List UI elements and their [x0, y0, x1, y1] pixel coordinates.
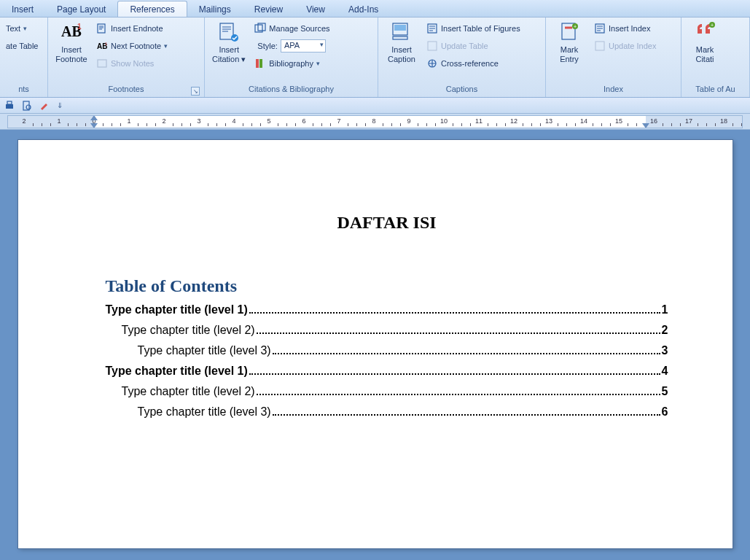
tab-mailings[interactable]: Mailings [187, 1, 243, 17]
group-captions: InsertCaption Insert Table of Figures Up… [378, 18, 546, 97]
tools-quick-icon[interactable] [38, 99, 51, 112]
toc-entry[interactable]: Type chapter title (level 3)6 [106, 405, 668, 419]
toc-entry-text: Type chapter title (level 1) [106, 303, 248, 316]
insert-caption-button[interactable]: InsertCaption [381, 19, 422, 66]
update-tof-label: Update Table [441, 42, 488, 50]
toc-entry-text: Type chapter title (level 3) [138, 405, 271, 419]
insert-index-button[interactable]: Insert Index [591, 20, 659, 36]
tab-page-layout[interactable]: Page Layout [45, 1, 117, 17]
next-footnote-button[interactable]: AB1 Next Footnote [93, 38, 171, 54]
tab-view[interactable]: View [294, 1, 337, 17]
document-area: DAFTAR ISI Table of Contents Type chapte… [0, 130, 750, 560]
toc-entry-page: 2 [662, 324, 668, 337]
insert-caption-label: InsertCaption [388, 45, 415, 64]
group-index: + MarkEntry Insert Index Update Index In… [546, 18, 681, 97]
document-main-title[interactable]: DAFTAR ISI [106, 213, 668, 233]
toolbar-overflow-icon[interactable]: ⇓ [57, 101, 63, 109]
update-index-button[interactable]: Update Index [591, 38, 659, 54]
insert-endnote-label: Insert Endnote [111, 24, 163, 33]
toc-entry-page: 5 [662, 385, 668, 398]
ruler-row: 210123456789101112131415161718 [0, 114, 750, 130]
update-toc-label: ate Table [6, 42, 38, 50]
toc-leader [273, 414, 660, 416]
hanging-indent-marker[interactable] [90, 123, 98, 128]
first-line-indent-marker[interactable] [90, 115, 98, 120]
toc-list: Type chapter title (level 1)1Type chapte… [106, 303, 668, 419]
text-dd-label: Text [6, 24, 20, 33]
next-footnote-icon: AB1 [96, 40, 108, 52]
tab-add-ins[interactable]: Add-Ins [337, 1, 390, 17]
svg-rect-27 [7, 101, 12, 104]
insert-tof-button[interactable]: Insert Table of Figures [423, 20, 523, 36]
svg-rect-17 [428, 42, 437, 50]
toc-entry[interactable]: Type chapter title (level 1)1 [106, 303, 668, 316]
footnotes-dialog-launcher[interactable]: ↘ [191, 87, 200, 96]
svg-rect-23 [595, 42, 604, 50]
svg-rect-11 [256, 59, 259, 68]
manage-sources-button[interactable]: Manage Sources [251, 20, 332, 36]
citation-style-select[interactable]: APA [281, 39, 326, 52]
insert-citation-button[interactable]: InsertCitation ▾ [208, 19, 250, 66]
insert-index-label: Insert Index [609, 24, 650, 33]
show-notes-button[interactable]: Show Notes [93, 55, 171, 71]
toc-entry[interactable]: Type chapter title (level 2)2 [106, 324, 668, 337]
update-index-label: Update Index [609, 42, 656, 50]
insert-footnote-button[interactable]: AB1 InsertFootnote [51, 19, 92, 66]
toc-entry-text: Type chapter title (level 1) [106, 365, 248, 378]
insert-index-icon [594, 23, 606, 34]
update-toc-button[interactable]: ate Table [3, 38, 41, 54]
group-toa-label: Table of Au [684, 84, 746, 96]
caption-icon [390, 20, 413, 44]
document-page[interactable]: DAFTAR ISI Table of Contents Type chapte… [18, 140, 733, 548]
bibliography-icon [254, 58, 266, 69]
insert-tof-label: Insert Table of Figures [441, 24, 520, 33]
toc-entry-text: Type chapter title (level 2) [122, 324, 255, 337]
endnote-icon [96, 23, 108, 34]
tof-icon [426, 23, 438, 34]
right-indent-marker[interactable] [642, 123, 649, 128]
tab-references[interactable]: References [117, 1, 187, 17]
cross-reference-button[interactable]: Cross-reference [423, 55, 523, 71]
insert-endnote-button[interactable]: Insert Endnote [93, 20, 171, 36]
manage-sources-label: Manage Sources [269, 24, 329, 33]
group-index-label: Index [549, 84, 678, 96]
manage-sources-icon [254, 23, 266, 34]
print-quick-icon[interactable] [3, 99, 16, 112]
svg-rect-2 [98, 24, 105, 33]
toc-entry[interactable]: Type chapter title (level 3)3 [106, 344, 668, 357]
group-toc-label: nts [3, 84, 44, 96]
toc-entry[interactable]: Type chapter title (level 1)4 [106, 365, 668, 378]
horizontal-ruler[interactable]: 210123456789101112131415161718 [7, 115, 743, 128]
mark-citation-button[interactable]: + MarkCitati [684, 19, 725, 66]
group-citations: InsertCitation ▾ Manage Sources Style: A… [205, 18, 378, 97]
svg-rect-14 [394, 25, 406, 31]
mark-entry-icon: + [558, 20, 581, 44]
svg-rect-12 [259, 59, 262, 68]
preview-quick-icon[interactable] [20, 99, 34, 112]
mark-citation-label: MarkCitati [695, 45, 714, 64]
add-text-button[interactable]: Text [3, 20, 41, 36]
group-toa: + MarkCitati Table of Au [681, 18, 750, 97]
group-captions-label: Captions [381, 84, 542, 96]
toc-heading[interactable]: Table of Contents [106, 276, 668, 296]
update-index-icon [594, 40, 606, 52]
svg-point-29 [26, 105, 31, 109]
mark-citation-icon: + [693, 20, 716, 44]
update-tof-button[interactable]: Update Table [423, 38, 523, 54]
toc-entry[interactable]: Type chapter title (level 2)5 [106, 385, 668, 398]
bibliography-button[interactable]: Bibliography [251, 55, 332, 71]
group-citations-label: Citations & Bibliography [208, 84, 375, 96]
mark-entry-button[interactable]: + MarkEntry [549, 19, 590, 66]
group-toc: Text ate Table nts [0, 18, 48, 97]
group-footnotes-label: Footnotes ↘ [51, 84, 201, 96]
toc-entry-page: 3 [662, 344, 668, 357]
tab-insert[interactable]: Insert [0, 1, 45, 17]
toc-leader [257, 332, 660, 334]
cross-reference-label: Cross-reference [441, 59, 499, 68]
ribbon: Text ate Table nts AB1 InsertFootnote In… [0, 18, 750, 98]
tab-review[interactable]: Review [243, 1, 294, 17]
svg-rect-28 [23, 101, 29, 110]
toc-entry-page: 6 [662, 405, 668, 419]
toc-leader [273, 353, 660, 354]
svg-text:+: + [574, 24, 577, 29]
